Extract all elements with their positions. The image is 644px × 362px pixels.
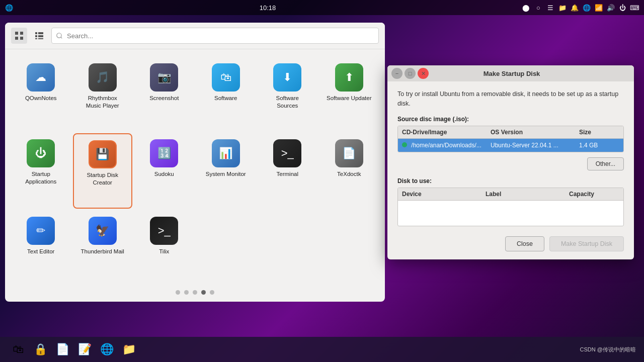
app-icon-rhythmbox: 🎵 <box>89 63 117 92</box>
col-size: Size <box>579 129 619 136</box>
taskbar-top: 🌐 10:18 ⬤ ○ ☰ 📁 🔔 🌐 📶 🔊 ⏻ ⌨ <box>0 0 644 15</box>
app-icon-thunderbird: 🦅 <box>89 217 117 245</box>
notification-icon[interactable]: 🔔 <box>571 4 579 12</box>
page-dot-5[interactable] <box>210 290 214 295</box>
disk-table-body <box>398 201 623 226</box>
app-label-software-sources: Software Sources <box>265 95 310 110</box>
source-label: Source disc image (.iso): <box>397 116 624 123</box>
dialog-description: To try or install Ubuntu from a removabl… <box>397 89 624 109</box>
app-label-startup-apps: Startup Applications <box>18 170 63 186</box>
app-item-sudoku[interactable]: 🔢 Sudoku <box>134 133 194 209</box>
distro-icon[interactable]: 🌐 <box>5 4 13 12</box>
dot-icon1: ⬤ <box>522 4 530 12</box>
svg-rect-5 <box>38 32 43 34</box>
app-label-software-updater: Software Updater <box>327 95 372 102</box>
dot-icon2: ○ <box>534 4 542 12</box>
folder-icon[interactable]: 📁 <box>558 4 567 12</box>
grid-view-button[interactable] <box>11 28 27 44</box>
make-startup-disk-dialog: − □ ✕ Make Startup Disk To try or instal… <box>387 65 634 259</box>
app-item-screenshot[interactable]: 📷 Screenshot <box>134 57 194 131</box>
iso-table-header: CD-Drive/Image OS Version Size <box>398 126 623 139</box>
radio-indicator <box>402 142 407 147</box>
disk-label: Disk to use: <box>397 177 624 185</box>
iso-os: Ubuntu-Server 22.04.1 ... <box>491 142 579 149</box>
app-label-rhythmbox: Rhythmbox Music Player <box>80 95 125 110</box>
dialog-actions: Close Make Startup Disk <box>397 233 624 251</box>
app-item-tilix[interactable]: >_ Tilix <box>134 211 194 277</box>
app-item-thunderbird[interactable]: 🦅 Thunderbird Mail <box>73 211 133 277</box>
svg-rect-0 <box>15 32 18 35</box>
app-item-texdoctk[interactable]: 📄 TeXdoctk <box>319 133 379 209</box>
search-input[interactable] <box>51 28 379 44</box>
close-dialog-button[interactable]: Close <box>505 236 544 251</box>
app-icon-terminal: >_ <box>273 139 301 167</box>
dock-item-documents[interactable]: 📄 <box>52 339 72 359</box>
app-item-qownnotes[interactable]: ☁ QOwnNotes <box>11 57 71 131</box>
page-dot-2[interactable] <box>184 290 189 295</box>
app-item-terminal[interactable]: >_ Terminal <box>258 133 317 209</box>
col-capacity: Capacity <box>569 191 619 198</box>
app-item-startup-apps[interactable]: ⏻ Startup Applications <box>11 133 71 209</box>
page-dot-3[interactable] <box>193 290 197 295</box>
maximize-button[interactable]: □ <box>405 68 416 79</box>
bluetooth-icon[interactable]: 📶 <box>595 4 603 12</box>
app-item-software-sources[interactable]: ⬇ Software Sources <box>258 57 317 131</box>
dock-item-privacy[interactable]: 🔒 <box>30 339 50 359</box>
app-item-software-updater[interactable]: ⬆ Software Updater <box>319 57 379 131</box>
other-button-container: Other... <box>397 157 624 170</box>
app-label-software: Software <box>214 95 237 102</box>
dialog-titlebar: − □ ✕ Make Startup Disk <box>387 65 634 81</box>
page-dot-4[interactable] <box>201 290 206 295</box>
dialog-title: Make Startup Disk <box>429 70 595 77</box>
app-icon-software: 🛍 <box>212 63 240 92</box>
app-label-screenshot: Screenshot <box>149 95 179 102</box>
col-device: Device <box>402 191 486 198</box>
app-label-startup-disk: Startup Disk Creator <box>80 171 125 187</box>
taskbar-bottom: 🛍🔒📄📝🌐📁 CSDN @传说中的暗暗 <box>0 337 644 362</box>
make-startup-disk-button: Make Startup Disk <box>549 236 624 251</box>
clock: 10:18 <box>260 4 276 12</box>
volume-icon[interactable]: 🔊 <box>607 4 615 12</box>
app-icon-screenshot: 📷 <box>150 63 178 92</box>
app-item-software[interactable]: 🛍 Software <box>196 57 256 131</box>
app-label-terminal: Terminal <box>277 170 298 178</box>
taskbar-left: 🌐 <box>5 4 13 12</box>
iso-size: 1.4 GB <box>579 142 619 149</box>
app-icon-startup-apps: ⏻ <box>27 139 55 167</box>
col-os-version: OS Version <box>491 129 579 136</box>
dock-item-notes[interactable]: 📝 <box>74 339 95 359</box>
iso-table-row[interactable]: /home/anan/Downloads/... Ubuntu-Server 2… <box>398 139 623 152</box>
app-item-startup-disk[interactable]: 💾 Startup Disk Creator <box>73 133 133 209</box>
app-icon-tilix: >_ <box>150 217 178 245</box>
app-icon-text-editor: ✏ <box>27 217 55 245</box>
app-label-texdoctk: TeXdoctk <box>337 170 361 178</box>
watermark-text: CSDN @传说中的暗暗 <box>580 346 636 353</box>
menu-icon[interactable]: ☰ <box>546 4 554 12</box>
app-item-rhythmbox[interactable]: 🎵 Rhythmbox Music Player <box>73 57 133 131</box>
close-button[interactable]: ✕ <box>418 68 429 79</box>
app-item-text-editor[interactable]: ✏ Text Editor <box>11 211 71 277</box>
apps-grid: ☁ QOwnNotes 🎵 Rhythmbox Music Player 📷 S… <box>5 49 385 285</box>
app-icon-software-updater: ⬆ <box>335 63 363 92</box>
dock-item-files[interactable]: 📁 <box>119 339 139 359</box>
dock-item-store[interactable]: 🛍 <box>8 339 28 359</box>
app-icon-qownnotes: ☁ <box>27 63 55 92</box>
svg-rect-9 <box>38 38 43 39</box>
dock-item-browser[interactable]: 🌐 <box>97 339 117 359</box>
app-icon-startup-disk: 💾 <box>89 140 117 168</box>
taskbar-right: ⬤ ○ ☰ 📁 🔔 🌐 📶 🔊 ⏻ ⌨ <box>522 4 639 12</box>
app-icon-system-monitor: 📊 <box>212 139 240 167</box>
keyboard-icon[interactable]: ⌨ <box>631 4 639 12</box>
power-icon[interactable]: ⏻ <box>619 4 627 12</box>
page-dots <box>5 285 385 302</box>
other-button[interactable]: Other... <box>587 157 624 170</box>
app-label-sudoku: Sudoku <box>154 170 174 178</box>
list-view-button[interactable] <box>31 28 47 44</box>
page-dot-1[interactable] <box>176 290 180 295</box>
minimize-button[interactable]: − <box>391 68 403 79</box>
network-icon[interactable]: 🌐 <box>583 4 591 12</box>
iso-table: CD-Drive/Image OS Version Size /home/ana… <box>397 126 624 152</box>
svg-rect-2 <box>15 37 18 40</box>
app-item-system-monitor[interactable]: 📊 System Monitor <box>196 133 256 209</box>
svg-rect-6 <box>35 35 37 37</box>
